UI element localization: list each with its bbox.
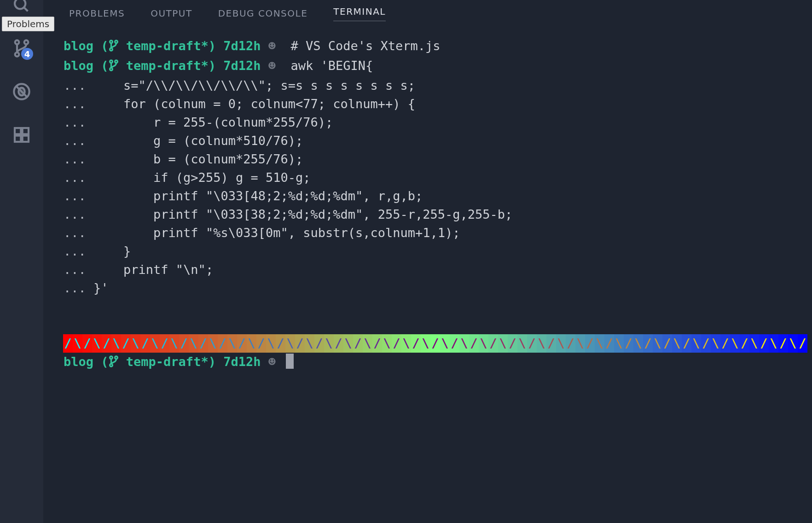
svg-rect-9 bbox=[23, 128, 29, 134]
source-control-activity-icon[interactable]: 4 bbox=[0, 27, 43, 70]
prompt-dir: blog bbox=[64, 39, 93, 53]
gradient-cell: \ bbox=[653, 334, 662, 353]
continuation-marker: ... bbox=[64, 281, 86, 295]
svg-point-20 bbox=[110, 364, 112, 366]
gradient-cell: / bbox=[276, 334, 285, 353]
prompt-branch: temp-draft* bbox=[126, 58, 209, 73]
debug-activity-icon[interactable] bbox=[0, 70, 43, 113]
continuation-marker: ... bbox=[64, 78, 86, 93]
tooltip-problems: Problems bbox=[2, 17, 54, 31]
terminal-line: printf "\033[48;2;%d;%d;%dm", r,g,b; bbox=[93, 189, 423, 203]
svg-point-16 bbox=[115, 60, 117, 63]
gradient-cell: \ bbox=[556, 334, 566, 353]
terminal-line: g = (colnum*510/76); bbox=[93, 134, 303, 148]
gradient-cell: / bbox=[740, 334, 749, 353]
gradient-cell: \ bbox=[324, 334, 334, 353]
tab-problems[interactable]: PROBLEMS bbox=[69, 8, 125, 19]
gradient-cell: / bbox=[218, 334, 227, 353]
svg-point-18 bbox=[110, 356, 112, 359]
git-branch-icon bbox=[109, 38, 119, 57]
terminal-line: } bbox=[93, 244, 131, 258]
gradient-cell: / bbox=[469, 334, 479, 353]
prompt-dir: blog bbox=[64, 354, 93, 369]
svg-point-19 bbox=[115, 356, 117, 359]
gradient-cell: / bbox=[63, 334, 73, 353]
activity-bar: Problems 4 bbox=[0, 0, 43, 523]
gradient-cell: \ bbox=[73, 334, 82, 353]
gradient-cell: / bbox=[759, 334, 769, 353]
gradient-cell: / bbox=[314, 334, 324, 353]
gradient-cell: \ bbox=[208, 334, 218, 353]
gradient-cell: / bbox=[527, 334, 537, 353]
gradient-cell: / bbox=[662, 334, 672, 353]
terminal-line: printf "\033[38;2;%d;%d;%dm", 255-r,255-… bbox=[93, 207, 512, 221]
gradient-cell: / bbox=[604, 334, 614, 353]
gradient-cell: \ bbox=[575, 334, 585, 353]
gradient-cell: / bbox=[411, 334, 421, 353]
svg-rect-8 bbox=[15, 128, 21, 134]
gradient-cell: / bbox=[720, 334, 730, 353]
terminal-line: for (colnum = 0; colnum<77; colnum++) { bbox=[93, 97, 415, 111]
gradient-cell: \ bbox=[285, 334, 295, 353]
gradient-cell: / bbox=[82, 334, 92, 353]
gradient-cell: / bbox=[140, 334, 150, 353]
gradient-cell: \ bbox=[266, 334, 276, 353]
terminal-line: r = 255-(colnum*255/76); bbox=[93, 115, 333, 129]
gradient-cell: \ bbox=[788, 334, 798, 353]
gradient-cell: \ bbox=[459, 334, 469, 353]
gradient-cell: / bbox=[682, 334, 691, 353]
gradient-cell: \ bbox=[614, 334, 624, 353]
bottom-panel: PROBLEMS OUTPUT DEBUG CONSOLE TERMINAL b… bbox=[43, 0, 812, 523]
truecolor-gradient-output: /\/\/\/\/\/\/\/\/\/\/\/\/\/\/\/\/\/\/\/\… bbox=[63, 334, 812, 353]
gradient-cell: \ bbox=[189, 334, 198, 353]
prompt-face-icon: ☻ bbox=[268, 39, 276, 53]
gradient-cell: / bbox=[198, 334, 208, 353]
gradient-cell: / bbox=[430, 334, 440, 353]
gradient-cell: \ bbox=[440, 334, 450, 353]
continuation-marker: ... bbox=[64, 134, 86, 148]
gradient-cell: \ bbox=[92, 334, 102, 353]
svg-point-13 bbox=[115, 41, 117, 43]
gradient-cell: / bbox=[566, 334, 575, 353]
tab-terminal[interactable]: TERMINAL bbox=[333, 6, 386, 21]
terminal-line: printf "%s\033[0m", substr(s,colnum+1,1)… bbox=[93, 226, 460, 240]
extensions-activity-icon[interactable] bbox=[0, 113, 43, 157]
continuation-marker: ... bbox=[64, 97, 86, 111]
terminal-line: printf "\n"; bbox=[93, 262, 213, 277]
gradient-cell: / bbox=[237, 334, 247, 353]
gradient-cell: / bbox=[353, 334, 363, 353]
gradient-cell: / bbox=[508, 334, 517, 353]
gradient-cell: \ bbox=[749, 334, 759, 353]
gradient-cell: / bbox=[450, 334, 459, 353]
gradient-cell: \ bbox=[517, 334, 527, 353]
gradient-cell: / bbox=[160, 334, 169, 353]
terminal-cmd-1: # VS Code's Xterm.js bbox=[291, 39, 441, 53]
gradient-cell: \ bbox=[711, 334, 720, 353]
continuation-marker: ... bbox=[64, 170, 86, 185]
terminal-cursor bbox=[286, 354, 294, 369]
gradient-cell: / bbox=[585, 334, 595, 353]
svg-line-1 bbox=[24, 7, 28, 11]
svg-point-12 bbox=[110, 41, 112, 43]
gradient-cell: \ bbox=[672, 334, 682, 353]
gradient-cell: / bbox=[295, 334, 305, 353]
gradient-cell: \ bbox=[730, 334, 740, 353]
svg-point-2 bbox=[15, 40, 19, 44]
gradient-cell: / bbox=[546, 334, 556, 353]
gradient-cell: \ bbox=[227, 334, 237, 353]
source-control-badge: 4 bbox=[21, 48, 33, 60]
gradient-cell: / bbox=[102, 334, 111, 353]
svg-point-4 bbox=[15, 52, 19, 57]
tab-debug-console[interactable]: DEBUG CONSOLE bbox=[218, 8, 308, 19]
terminal-output[interactable]: blog ( temp-draft*) 7d12h ☻ # VS Code's … bbox=[43, 24, 812, 523]
git-branch-icon bbox=[109, 58, 119, 76]
gradient-cell: \ bbox=[498, 334, 508, 353]
gradient-cell: / bbox=[701, 334, 711, 353]
gradient-cell: \ bbox=[343, 334, 353, 353]
git-branch-icon bbox=[109, 354, 119, 372]
svg-point-15 bbox=[110, 60, 112, 63]
gradient-cell: \ bbox=[401, 334, 411, 353]
prompt-face-icon: ☻ bbox=[268, 354, 276, 369]
terminal-line: }' bbox=[93, 281, 109, 295]
tab-output[interactable]: OUTPUT bbox=[151, 8, 192, 19]
